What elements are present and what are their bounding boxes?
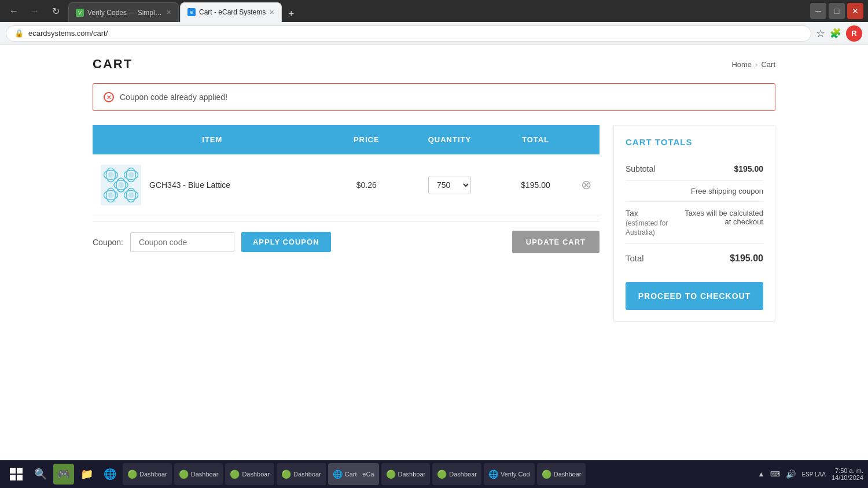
tax-value: Taxes will be calculated at checkout	[682, 209, 763, 226]
total-label: Total	[626, 253, 644, 263]
update-cart-button[interactable]: UPDATE CART	[512, 231, 599, 253]
product-name: GCH343 - Blue Lattice	[149, 180, 230, 190]
restore-button[interactable]: □	[829, 3, 845, 19]
tab1-close[interactable]: ✕	[166, 9, 171, 16]
profile-avatar[interactable]: R	[846, 25, 862, 42]
col-remove	[573, 125, 599, 154]
secure-icon: 🔒	[14, 29, 24, 38]
coupon-area: Coupon: APPLY COUPON	[93, 232, 331, 252]
bookmark-icon[interactable]: ☆	[816, 27, 825, 40]
cart-totals-title: CART TOTALS	[626, 137, 763, 147]
total-row: Total $195.00	[626, 244, 763, 271]
main-layout: ITEM PRICE QUANTITY TOTAL	[93, 125, 775, 322]
tab1-favicon: V	[76, 9, 84, 17]
remove-item-button[interactable]: ⊗	[581, 178, 591, 193]
new-tab-button[interactable]: +	[283, 6, 299, 22]
breadcrumb: Home › Cart	[731, 60, 775, 69]
remove-cell: ⊗	[573, 154, 599, 216]
svg-point-13	[108, 193, 114, 198]
total-value: $195.00	[730, 253, 763, 264]
product-thumbnail	[101, 165, 141, 205]
svg-point-12	[128, 172, 134, 178]
svg-point-14	[128, 193, 134, 198]
forward-button[interactable]: →	[25, 2, 44, 20]
breadcrumb-current: Cart	[761, 60, 775, 69]
svg-point-11	[108, 172, 114, 178]
breadcrumb-separator: ›	[755, 60, 757, 69]
coupon-input[interactable]	[130, 232, 234, 252]
item-price: $0.26	[332, 154, 401, 216]
apply-coupon-button[interactable]: APPLY COUPON	[241, 232, 331, 252]
url-display[interactable]: ecardsystems.com/cart/	[28, 29, 803, 38]
browser-tab-2[interactable]: e Cart - eCard Systems ✕	[180, 2, 282, 22]
extensions-icon[interactable]: 🧩	[830, 28, 841, 39]
col-price: PRICE	[332, 125, 401, 154]
minimize-button[interactable]: ─	[810, 3, 826, 19]
back-button[interactable]: ←	[5, 2, 23, 20]
cart-row: GCH343 - Blue Lattice $0.26 750 500 1000…	[93, 154, 599, 216]
item-cell: GCH343 - Blue Lattice	[93, 154, 332, 216]
coupon-alert: ✕ Coupon code already applied!	[93, 83, 775, 111]
col-total: TOTAL	[498, 125, 573, 154]
col-quantity: QUANTITY	[401, 125, 498, 154]
subtotal-value: $195.00	[734, 164, 763, 173]
tab2-title: Cart - eCard Systems	[199, 8, 266, 16]
tax-label: Tax (estimated for Australia)	[626, 209, 668, 236]
page-header: CART Home › Cart	[93, 57, 775, 72]
tab2-close[interactable]: ✕	[269, 9, 274, 16]
browser-tab-1[interactable]: V Verify Codes — SimplyCodes ✕	[68, 2, 179, 22]
item-quantity[interactable]: 750 500 1000	[401, 154, 498, 216]
quantity-select[interactable]: 750 500 1000	[428, 176, 471, 194]
tab1-title: Verify Codes — SimplyCodes	[87, 9, 163, 17]
cart-table: ITEM PRICE QUANTITY TOTAL	[93, 125, 599, 216]
refresh-button[interactable]: ↻	[46, 2, 65, 20]
proceed-to-checkout-button[interactable]: PROCEED TO CHECKOUT	[626, 282, 763, 310]
shipping-label: Free shipping coupon	[691, 187, 763, 195]
cart-section: ITEM PRICE QUANTITY TOTAL	[93, 125, 599, 263]
shipping-row: Free shipping coupon	[626, 181, 763, 202]
subtotal-row: Subtotal $195.00	[626, 157, 763, 181]
col-item: ITEM	[93, 125, 332, 154]
coupon-label: Coupon:	[93, 238, 123, 247]
cart-totals-panel: CART TOTALS Subtotal $195.00 Free shippi…	[613, 125, 775, 322]
tax-row: Tax (estimated for Australia) Taxes will…	[626, 202, 763, 244]
subtotal-label: Subtotal	[626, 164, 655, 173]
alert-message: Coupon code already applied!	[120, 93, 227, 102]
cart-footer: Coupon: APPLY COUPON UPDATE CART	[93, 221, 599, 263]
close-window-button[interactable]: ✕	[847, 3, 863, 19]
item-total: $195.00	[498, 154, 573, 216]
svg-point-15	[118, 182, 124, 188]
tab2-favicon: e	[187, 8, 196, 16]
alert-icon: ✕	[104, 92, 114, 102]
breadcrumb-home[interactable]: Home	[731, 60, 752, 69]
page-title: CART	[93, 57, 133, 72]
